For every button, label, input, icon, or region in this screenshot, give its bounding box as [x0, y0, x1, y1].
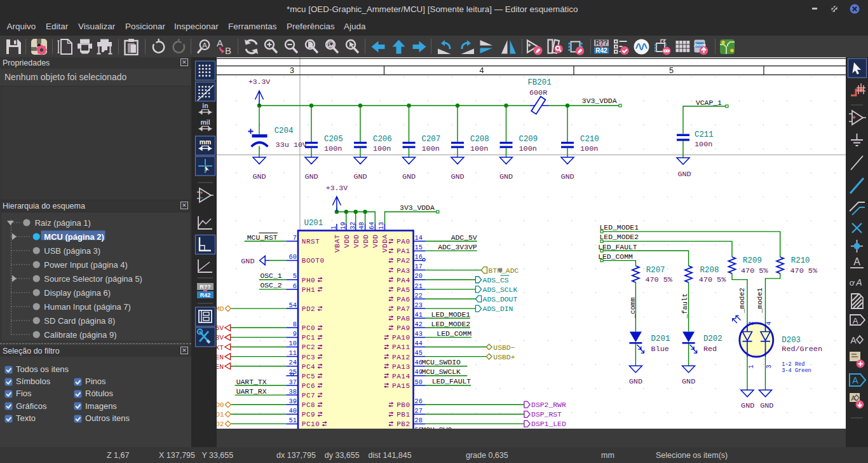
svg-text:470 5%: 470 5% — [645, 275, 672, 284]
svg-text:PH0: PH0 — [302, 277, 315, 284]
svg-text:PC5: PC5 — [302, 373, 315, 380]
svg-text:PA12: PA12 — [392, 354, 410, 361]
svg-text:PA15: PA15 — [392, 382, 410, 390]
svg-text:41: 41 — [415, 312, 423, 319]
svg-text:16: 16 — [415, 254, 423, 261]
svg-text:100n: 100n — [695, 140, 712, 149]
svg-text:ADS_DIN: ADS_DIN — [483, 305, 513, 313]
svg-text:SD Card (página 8): SD Card (página 8) — [44, 316, 115, 326]
svg-text:51: 51 — [289, 417, 297, 424]
svg-text:26: 26 — [415, 398, 423, 405]
svg-text:4: 4 — [479, 67, 484, 76]
svg-text:5: 5 — [293, 273, 297, 280]
svg-text:VDD: VDD — [372, 234, 379, 247]
svg-text:PA13: PA13 — [392, 363, 410, 371]
svg-text:VDD: VDD — [362, 234, 370, 247]
svg-text:46: 46 — [415, 359, 423, 366]
svg-text:D1: D1 — [217, 411, 224, 418]
svg-text:LED_MODE1: LED_MODE1 — [431, 311, 471, 319]
svg-text:3: 3 — [766, 364, 773, 368]
svg-text:100n: 100n — [519, 144, 537, 153]
svg-text:GND: GND — [402, 172, 416, 181]
svg-text:C205: C205 — [324, 135, 343, 144]
svg-text:1-2 Red: 1-2 Red — [782, 361, 804, 368]
svg-text:60: 60 — [289, 254, 297, 261]
svg-text:Blue: Blue — [651, 345, 669, 354]
svg-text:38: 38 — [289, 389, 297, 396]
svg-text:3-4 Green: 3-4 Green — [782, 368, 811, 374]
svg-text:6: 6 — [293, 283, 297, 290]
svg-text:C210: C210 — [580, 135, 599, 144]
svg-text:100n: 100n — [580, 144, 598, 153]
svg-text:MCU_RST: MCU_RST — [247, 234, 278, 242]
svg-text:21: 21 — [415, 283, 423, 290]
svg-text:PC2: PC2 — [302, 343, 315, 351]
svg-text:PA11: PA11 — [392, 343, 410, 351]
svg-text:MCU (página 2): MCU (página 2) — [44, 232, 104, 242]
svg-text:4: 4 — [766, 321, 773, 325]
svg-text:MCU_SWDIO: MCU_SWDIO — [421, 359, 461, 366]
svg-text:OSC_2: OSC_2 — [260, 282, 281, 289]
svg-text:USBD+: USBD+ — [493, 354, 515, 361]
svg-text:LED_COMM: LED_COMM — [598, 253, 633, 261]
svg-text:PB0: PB0 — [397, 401, 410, 409]
svg-text:Display (página 6): Display (página 6) — [44, 288, 111, 298]
svg-text:470 5%: 470 5% — [699, 275, 726, 284]
svg-text:B: B — [225, 45, 231, 55]
svg-text:GND: GND — [241, 257, 254, 266]
svg-text:PB1: PB1 — [397, 411, 410, 418]
svg-text:MCU_SWO: MCU_SWO — [421, 426, 452, 429]
svg-text:GND: GND — [741, 401, 754, 410]
svg-text:19: 19 — [340, 222, 347, 230]
svg-text:BOOT0: BOOT0 — [302, 257, 325, 265]
svg-text:A: A — [852, 375, 858, 385]
svg-text:11: 11 — [289, 350, 297, 357]
svg-text:ơ: ơ — [850, 278, 855, 287]
svg-text:BTN_ADC: BTN_ADC — [489, 267, 519, 275]
svg-text:1: 1 — [330, 226, 337, 230]
svg-text:GND: GND — [682, 377, 695, 386]
svg-text:A: A — [217, 38, 223, 48]
svg-text:15: 15 — [415, 244, 423, 251]
svg-text:+3.3V: +3.3V — [326, 184, 348, 192]
svg-text:PA10: PA10 — [392, 334, 410, 342]
svg-text:+3.3V: +3.3V — [248, 78, 270, 86]
svg-text:3: 3 — [290, 67, 295, 76]
svg-text:600R: 600R — [529, 88, 547, 97]
svg-text:_mode1: _mode1 — [756, 287, 764, 314]
svg-text:D2: D2 — [217, 420, 224, 428]
svg-text:100n: 100n — [422, 144, 440, 153]
svg-text:7: 7 — [293, 235, 297, 242]
svg-text:17: 17 — [415, 263, 423, 270]
svg-text:27: 27 — [415, 408, 423, 415]
svg-text:470 5%: 470 5% — [741, 266, 768, 275]
svg-text:100n: 100n — [373, 144, 391, 153]
svg-text:PA5: PA5 — [397, 286, 410, 294]
svg-text:ADS_CS: ADS_CS — [483, 277, 509, 284]
svg-text:GND: GND — [353, 172, 367, 181]
svg-text:PA1: PA1 — [397, 247, 410, 255]
svg-text:PA3: PA3 — [397, 267, 410, 275]
svg-text:A: A — [853, 256, 860, 267]
svg-text:55: 55 — [415, 427, 423, 429]
svg-text:23: 23 — [415, 302, 423, 309]
svg-text:100n: 100n — [324, 144, 342, 153]
svg-text:PC8: PC8 — [302, 401, 315, 409]
svg-text:LED_MODE2: LED_MODE2 — [600, 233, 639, 241]
svg-text:37: 37 — [289, 379, 297, 386]
svg-text:VDDA: VDDA — [381, 234, 389, 252]
svg-text:25: 25 — [289, 369, 297, 376]
svg-text:PA0: PA0 — [397, 238, 410, 245]
svg-text:UART_RX: UART_RX — [236, 388, 267, 396]
svg-text:_comm: _comm — [629, 297, 637, 319]
svg-text:R??: R?? — [200, 284, 211, 290]
svg-text:3V3_VDDA: 3V3_VDDA — [400, 204, 435, 212]
svg-text:VDD: VDD — [343, 234, 351, 247]
svg-text:39: 39 — [289, 398, 297, 405]
svg-text:Red: Red — [703, 345, 717, 354]
svg-text:DSP2_RWR: DSP2_RWR — [531, 401, 566, 409]
svg-text:C206: C206 — [373, 135, 392, 144]
svg-text:3V: 3V — [217, 334, 224, 342]
svg-text:C204: C204 — [275, 127, 294, 135]
svg-text:44: 44 — [415, 340, 423, 347]
